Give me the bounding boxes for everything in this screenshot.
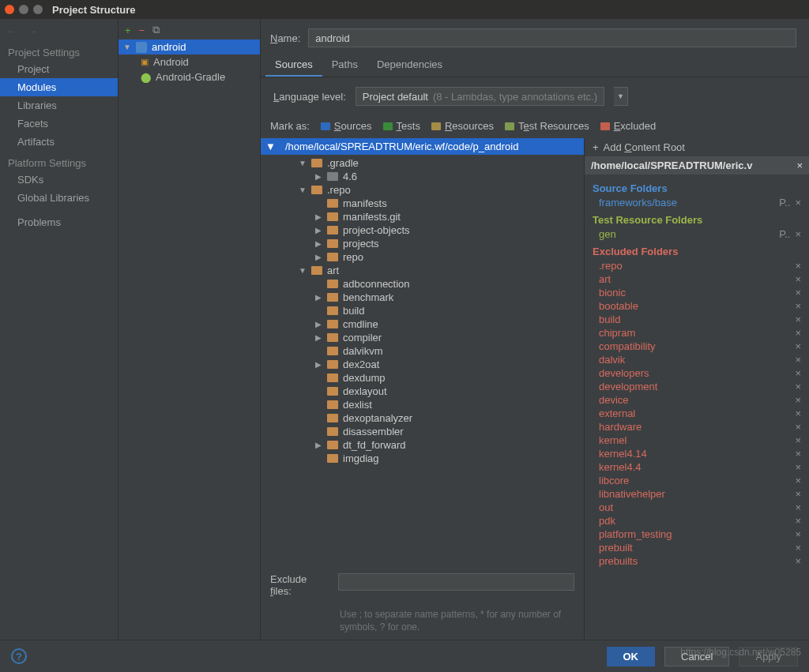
exclude-files-input[interactable] [338, 573, 574, 591]
tree-node[interactable]: ▶repo [261, 250, 584, 264]
tree-node[interactable]: ▼.repo [261, 183, 584, 197]
roots-item[interactable]: external× [593, 407, 801, 420]
tree-node[interactable]: dalvikvm [261, 344, 584, 358]
sidebar-item-problems[interactable]: Problems [0, 213, 118, 231]
roots-item[interactable]: kernel× [593, 434, 801, 447]
roots-item[interactable]: frameworks/baseP..× [593, 196, 801, 209]
tree-node[interactable]: dexlayout [261, 385, 584, 398]
remove-root-icon[interactable]: × [795, 228, 801, 240]
tree-node[interactable]: build [261, 304, 584, 317]
tab-paths[interactable]: Paths [322, 54, 367, 77]
remove-root-icon[interactable]: × [795, 354, 801, 366]
remove-root-icon[interactable]: × [795, 555, 801, 567]
roots-item[interactable]: platform_testing× [593, 527, 801, 541]
ok-button[interactable]: OK [607, 647, 656, 666]
nav-back-icon[interactable]: ← [6, 25, 17, 37]
window-close-icon[interactable] [5, 5, 14, 14]
remove-root-icon[interactable]: × [795, 287, 801, 298]
remove-root-icon[interactable]: × [795, 475, 801, 486]
remove-root-icon[interactable]: × [795, 394, 801, 406]
remove-root-icon[interactable]: × [795, 340, 801, 352]
remove-root-icon[interactable]: × [795, 381, 801, 392]
roots-item[interactable]: chipram× [593, 326, 801, 340]
remove-root-icon[interactable]: × [795, 273, 801, 285]
tree-node[interactable]: ▶dex2oat [261, 358, 584, 371]
tree-node[interactable]: ▶compiler [261, 331, 584, 344]
copy-module-icon[interactable]: ⧉ [152, 24, 160, 36]
remove-root-icon[interactable]: × [795, 421, 801, 433]
tree-node[interactable]: adbconnection [261, 277, 584, 291]
tree-node[interactable]: ▶benchmark [261, 291, 584, 304]
source-tree-root[interactable]: ▼ /home/local/SPREADTRUM/eric.wf/code/p_… [261, 138, 584, 155]
remove-root-icon[interactable]: × [795, 448, 801, 460]
language-level-combo[interactable]: Project default (8 - Lambdas, type annot… [356, 87, 604, 106]
remove-root-icon[interactable]: × [795, 461, 801, 473]
help-icon[interactable]: ? [11, 648, 27, 664]
language-level-dropdown-icon[interactable]: ▼ [614, 87, 628, 106]
module-name-input[interactable] [308, 28, 796, 47]
roots-item[interactable]: pdk× [593, 514, 801, 527]
window-minimize-icon[interactable] [19, 5, 28, 14]
sidebar-item-modules[interactable]: Modules [0, 78, 118, 96]
roots-item[interactable]: art× [593, 272, 801, 286]
remove-root-icon[interactable]: × [795, 501, 801, 513]
tree-node[interactable]: disassembler [261, 425, 584, 438]
roots-item[interactable]: compatibility× [593, 340, 801, 353]
roots-item[interactable]: libnativehelper× [593, 487, 801, 501]
roots-item[interactable]: build× [593, 313, 801, 326]
mark-test-resources[interactable]: Test Resources [505, 120, 589, 132]
tree-node[interactable]: ▶projects [261, 237, 584, 250]
roots-item[interactable]: kernel4.14× [593, 447, 801, 460]
mark-excluded[interactable]: Excluded [600, 120, 656, 132]
sidebar-item-global-libraries[interactable]: Global Libraries [0, 189, 118, 207]
tree-node[interactable]: ▶project-objects [261, 223, 584, 237]
roots-item[interactable]: out× [593, 501, 801, 514]
tab-dependencies[interactable]: Dependencies [367, 54, 452, 77]
remove-root-icon[interactable]: × [795, 367, 801, 379]
roots-item[interactable]: device× [593, 393, 801, 407]
tree-node[interactable]: ▼.gradle [261, 156, 584, 170]
remove-root-icon[interactable]: × [795, 260, 801, 272]
add-content-root-button[interactable]: + Add Content Root [585, 138, 809, 156]
remove-root-icon[interactable]: × [795, 300, 801, 312]
sidebar-item-facets[interactable]: Facets [0, 115, 118, 133]
module-root[interactable]: ▼android [119, 39, 260, 54]
tree-node[interactable]: ▶dt_fd_forward [261, 438, 584, 452]
roots-item[interactable]: libcore× [593, 474, 801, 487]
mark-resources[interactable]: Resources [431, 120, 494, 132]
remove-root-icon[interactable]: × [795, 528, 801, 540]
remove-root-icon[interactable]: × [795, 434, 801, 446]
remove-root-icon[interactable]: × [795, 407, 801, 419]
window-maximize-icon[interactable] [33, 5, 43, 14]
sidebar-item-sdks[interactable]: SDKs [0, 171, 118, 189]
module-facet-android[interactable]: ▣Android [119, 54, 260, 69]
mark-sources[interactable]: Sources [321, 120, 372, 132]
remove-root-icon[interactable]: × [795, 197, 801, 208]
roots-item[interactable]: dalvik× [593, 353, 801, 366]
content-root-path[interactable]: /home/local/SPREADTRUM/eric.v × [585, 156, 809, 175]
sidebar-item-libraries[interactable]: Libraries [0, 96, 118, 115]
tree-node[interactable]: dexoptanalyzer [261, 411, 584, 425]
remove-root-icon[interactable]: × [795, 327, 801, 339]
roots-item[interactable]: kernel4.4× [593, 460, 801, 474]
sidebar-item-project[interactable]: Project [0, 60, 118, 78]
tree-node[interactable]: ▶cmdline [261, 317, 584, 331]
remove-module-icon[interactable]: − [139, 24, 145, 36]
remove-content-root-icon[interactable]: × [796, 160, 803, 171]
tree-node[interactable]: ▼art [261, 264, 584, 277]
tree-node[interactable]: ▶manifests.git [261, 210, 584, 223]
tab-sources[interactable]: Sources [265, 54, 322, 77]
roots-item[interactable]: developers× [593, 366, 801, 380]
tree-node[interactable]: dexlist [261, 398, 584, 411]
remove-root-icon[interactable]: × [795, 313, 801, 325]
roots-item[interactable]: bionic× [593, 286, 801, 299]
tree-node[interactable]: ▶4.6 [261, 170, 584, 183]
sidebar-item-artifacts[interactable]: Artifacts [0, 133, 118, 151]
roots-item[interactable]: .repo× [593, 259, 801, 272]
remove-root-icon[interactable]: × [795, 515, 801, 527]
roots-item[interactable]: hardware× [593, 420, 801, 434]
roots-item[interactable]: bootable× [593, 299, 801, 313]
nav-forward-icon[interactable]: → [28, 25, 38, 37]
remove-root-icon[interactable]: × [795, 488, 801, 500]
add-module-icon[interactable]: + [125, 24, 131, 36]
